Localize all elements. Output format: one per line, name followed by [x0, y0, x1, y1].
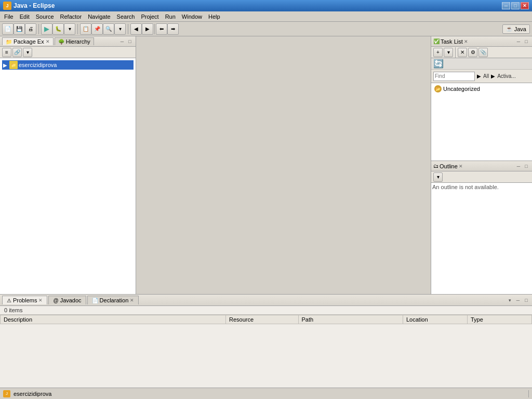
menu-run[interactable]: Run: [162, 12, 179, 21]
problems-table: Description Resource Path Location Type: [0, 315, 532, 324]
print-button[interactable]: 🖨: [25, 23, 36, 35]
maximize-outline[interactable]: □: [523, 163, 530, 170]
status-bar: J esercizidiprova: [0, 388, 532, 399]
view-menu-button[interactable]: ▾: [23, 48, 32, 57]
minimize-bottom-panel[interactable]: ─: [514, 297, 522, 304]
menu-project[interactable]: Project: [138, 12, 162, 21]
expand-icon[interactable]: ▶: [3, 62, 8, 68]
back-button[interactable]: ◀: [130, 23, 142, 35]
package-explorer-toolbar: ≡ 🔗 ▾: [0, 47, 136, 58]
collapse-all-button[interactable]: ≡: [2, 48, 11, 57]
menu-help[interactable]: Help: [205, 12, 223, 21]
task-list-panel: ✅ Task List ✕ ─ □ + ▾ ✕ ⚙ 📎: [431, 36, 532, 161]
task-list-body: 📂 Uncategorized: [431, 83, 532, 161]
tab-hierarchy[interactable]: 🌳 Hierarchy: [55, 37, 94, 45]
close-package-explorer-tab[interactable]: ✕: [46, 39, 50, 44]
minimize-outline[interactable]: ─: [515, 163, 522, 170]
maximize-button[interactable]: □: [511, 2, 520, 9]
perspective-button[interactable]: ☕ Java: [502, 24, 530, 34]
outline-message: An outline is not available.: [432, 184, 499, 190]
javadoc-tab-label: Javadoc: [60, 297, 82, 303]
problems-tab-label: Problems: [13, 297, 37, 303]
bottom-panel-header: ⚠ Problems ✕ @ Javadoc 📄 Declaration ✕ ▾…: [0, 295, 532, 306]
menu-refactor[interactable]: Refactor: [57, 12, 85, 21]
col-type[interactable]: Type: [468, 315, 532, 324]
nav-toolbar-group: ◀ ▶ ⬅ ➡: [130, 23, 179, 35]
outline-menu-button[interactable]: ▾: [433, 172, 443, 182]
menu-file[interactable]: File: [1, 12, 17, 21]
menu-bar: File Edit Source Refactor Navigate Searc…: [0, 11, 532, 22]
edit-toolbar-group: 📋 📌 🔍 ▾: [80, 23, 126, 35]
paste-button[interactable]: 📌: [91, 23, 103, 35]
minimize-button[interactable]: ─: [502, 2, 510, 9]
tab-javadoc[interactable]: @ Javadoc: [48, 296, 86, 304]
project-icon: 📁: [9, 61, 18, 69]
task-filter-button[interactable]: ▾: [444, 48, 453, 57]
package-explorer-content: ▶ 📁 esercizidiprova: [0, 58, 136, 294]
search-dropdown[interactable]: ▾: [114, 23, 126, 35]
col-description[interactable]: Description: [1, 315, 226, 324]
new-button[interactable]: 📄: [2, 23, 14, 35]
problems-count-label: 0 items: [0, 306, 532, 315]
task-find-input[interactable]: [433, 72, 475, 81]
minimize-left-panel[interactable]: ─: [118, 38, 126, 45]
col-location[interactable]: Location: [403, 315, 468, 324]
maximize-left-panel[interactable]: □: [126, 38, 134, 45]
close-declaration-tab[interactable]: ✕: [130, 298, 134, 303]
forward-button[interactable]: ▶: [142, 23, 153, 35]
minimize-task-list[interactable]: ─: [515, 38, 522, 45]
run-dropdown[interactable]: ▾: [64, 23, 75, 35]
close-problems-tab[interactable]: ✕: [38, 298, 43, 303]
run-toolbar-group: ▶ 🐛 ▾: [41, 23, 75, 35]
debug-button[interactable]: 🐛: [52, 23, 64, 35]
tab-package-explorer[interactable]: 📁 Package Ex ✕: [2, 37, 54, 45]
link-editor-button[interactable]: 🔗: [12, 48, 22, 57]
task-filter-all[interactable]: All: [483, 73, 489, 79]
copy-button[interactable]: 📋: [80, 23, 91, 35]
outline-panel: 🗂 Outline ✕ ─ □ ▾ An outline is not avai…: [431, 161, 532, 294]
bottom-panel-menu[interactable]: ▾: [506, 297, 513, 304]
tree-item-esercizidiprova[interactable]: ▶ 📁 esercizidiprova: [2, 60, 134, 70]
file-toolbar-group: 📄 💾 🖨: [2, 23, 36, 35]
menu-window[interactable]: Window: [179, 12, 205, 21]
outline-title: Outline: [440, 163, 458, 169]
search-button[interactable]: 🔍: [103, 23, 114, 35]
workspace: 📁 Package Ex ✕ 🌳 Hierarchy ─ □ ≡ 🔗 ▾: [0, 36, 532, 388]
task-delete-button[interactable]: ✕: [458, 48, 467, 57]
add-task-button[interactable]: +: [433, 48, 443, 57]
outline-toolbar: ▾: [431, 171, 532, 183]
task-settings-button[interactable]: ⚙: [468, 48, 477, 57]
toolbar-sep-4: [154, 24, 155, 34]
tab-problems[interactable]: ⚠ Problems ✕: [2, 296, 47, 304]
task-toolbar-sep: [455, 47, 456, 58]
nav-forward[interactable]: ➡: [167, 23, 179, 35]
left-panel-header: 📁 Package Ex ✕ 🌳 Hierarchy ─ □: [0, 36, 136, 47]
run-button[interactable]: ▶: [41, 23, 52, 35]
col-path[interactable]: Path: [298, 315, 403, 324]
close-button[interactable]: ✕: [521, 2, 529, 9]
task-extra-button[interactable]: 📎: [478, 48, 488, 57]
task-list-controls: ─ □: [515, 38, 530, 45]
outline-tab-marker: ✕: [459, 164, 463, 169]
task-list-tab-marker: ✕: [464, 39, 468, 44]
save-button[interactable]: 💾: [14, 23, 25, 35]
menu-search[interactable]: Search: [114, 12, 138, 21]
maximize-bottom-panel[interactable]: □: [523, 297, 530, 304]
project-label: esercizidiprova: [19, 62, 57, 68]
task-find-bar: ▶ All ▶ Activa...: [431, 70, 532, 83]
menu-edit[interactable]: Edit: [17, 12, 33, 21]
perspective-label: Java: [514, 26, 526, 32]
toolbar: 📄 💾 🖨 ▶ 🐛 ▾ 📋 📌 🔍 ▾ ◀ ▶ ⬅ ➡ ☕ Java: [0, 22, 532, 36]
col-resource[interactable]: Resource: [226, 315, 299, 324]
tab-declaration[interactable]: 📄 Declaration ✕: [87, 296, 139, 304]
app-icon: J: [3, 2, 11, 10]
menu-source[interactable]: Source: [33, 12, 57, 21]
task-list-title: Task List: [441, 38, 463, 45]
nav-back[interactable]: ⬅: [156, 23, 167, 35]
maximize-task-list[interactable]: □: [523, 38, 530, 45]
menu-navigate[interactable]: Navigate: [85, 12, 113, 21]
toolbar-sep-3: [128, 24, 128, 34]
uncategorized-item[interactable]: 📂 Uncategorized: [432, 84, 531, 94]
right-panel: ✅ Task List ✕ ─ □ + ▾ ✕ ⚙ 📎: [431, 36, 532, 294]
task-filter-activa[interactable]: Activa...: [497, 73, 516, 79]
